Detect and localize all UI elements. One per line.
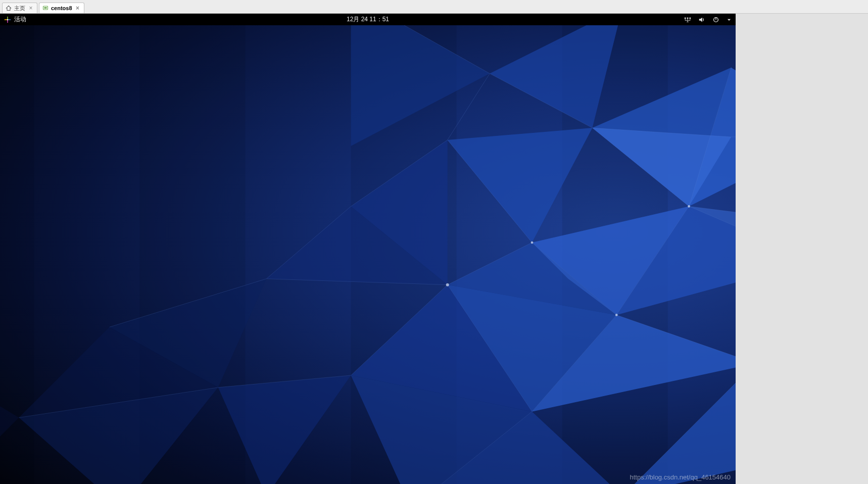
svg-rect-3 [7, 16, 8, 19]
vmware-side-panel [736, 14, 868, 484]
svg-rect-13 [685, 20, 691, 20]
close-icon[interactable]: × [28, 5, 34, 11]
volume-icon [698, 16, 705, 23]
clock-text: 12月 24 11：51 [347, 16, 389, 23]
vm-viewport: 活动 12月 24 11：51 [0, 14, 868, 484]
close-icon[interactable]: × [75, 5, 81, 11]
svg-point-48 [446, 283, 449, 286]
power-icon [712, 16, 719, 23]
svg-point-52 [688, 205, 690, 208]
svg-point-6 [7, 19, 9, 20]
svg-point-50 [615, 314, 618, 316]
vmware-tab-strip: 主页 × centos8 × [0, 0, 868, 14]
gnome-topbar: 活动 12月 24 11：51 [0, 14, 736, 25]
svg-rect-2 [5, 19, 7, 20]
svg-rect-10 [685, 19, 686, 20]
guest-screen[interactable]: 活动 12月 24 11：51 [0, 14, 736, 484]
activities-label: 活动 [14, 15, 26, 24]
gnome-activities[interactable]: 活动 [4, 15, 26, 24]
desktop-wallpaper [0, 25, 736, 484]
network-icon [684, 16, 691, 23]
svg-rect-11 [688, 19, 688, 20]
watermark-text: https://blog.csdn.net/qq_46154640 [630, 473, 731, 481]
svg-rect-4 [8, 19, 11, 20]
svg-rect-8 [687, 17, 689, 19]
svg-rect-1 [44, 7, 46, 9]
dropdown-icon [727, 17, 732, 22]
home-icon [6, 5, 12, 11]
vmware-tab-label: 主页 [14, 5, 25, 12]
vmware-tab-home[interactable]: 主页 × [2, 3, 37, 13]
vmware-tab-centos8[interactable]: centos8 × [39, 3, 84, 13]
vmware-tab-label: centos8 [51, 5, 72, 11]
app-launcher-icon [4, 16, 11, 23]
svg-rect-15 [687, 21, 689, 22]
svg-rect-9 [690, 17, 691, 19]
vm-icon [42, 5, 49, 11]
gnome-system-tray[interactable] [684, 16, 732, 23]
svg-rect-12 [690, 19, 690, 20]
gnome-clock[interactable]: 12月 24 11：51 [347, 15, 389, 24]
svg-rect-7 [685, 17, 686, 19]
svg-rect-5 [7, 20, 8, 22]
svg-point-51 [531, 241, 534, 244]
